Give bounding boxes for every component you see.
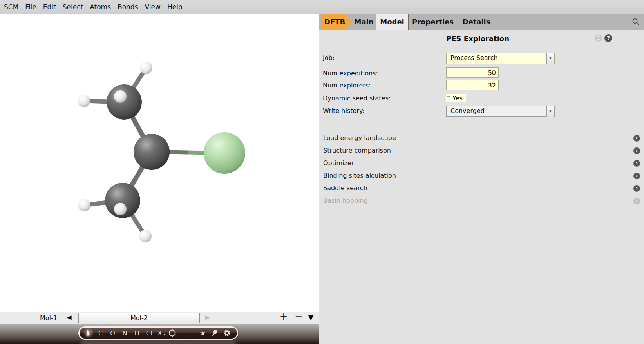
select-tool-button[interactable] [83, 328, 94, 339]
atom-hydrogen[interactable] [78, 199, 90, 211]
search-icon[interactable] [631, 18, 640, 26]
panel-title: PES Exploration [446, 35, 509, 43]
molecule-nav-bar: Mol-1 ◀ Mol-2 ▶ + − ▼ [0, 312, 319, 324]
pointer-pin-tool-button[interactable] [209, 329, 221, 337]
write-history-combobox-arrow[interactable]: ▼ [546, 106, 554, 117]
menu-bonds[interactable]: Bonds [118, 3, 138, 11]
molecule-render [0, 14, 319, 312]
chevron-right-icon: › [633, 198, 640, 204]
tab-bar: DFTB Main Model Properties Details [319, 14, 644, 30]
atom-hydrogen[interactable] [114, 203, 127, 215]
link-binding-sites[interactable]: Binding sites alculation [323, 172, 396, 180]
menu-view[interactable]: View [145, 3, 161, 11]
dynamic-seed-label: Dynamic seed states: [323, 95, 391, 102]
chevron-right-icon[interactable]: › [633, 147, 640, 154]
molecule-viewport[interactable] [0, 14, 319, 312]
menu-select[interactable]: Select [63, 3, 83, 11]
element-oxygen-button[interactable]: O [107, 329, 119, 337]
atom-chlorine[interactable] [204, 132, 245, 174]
link-structure-comparison[interactable]: Structure comparison [323, 147, 391, 155]
tab-model[interactable]: Model [376, 14, 409, 30]
element-nitrogen-button[interactable]: N [119, 329, 131, 337]
current-molecule-field[interactable]: Mol-2 [78, 313, 200, 323]
bottom-strip: C O N H Cl X ▾ ★ [0, 324, 319, 344]
atom-hydrogen[interactable] [139, 230, 152, 242]
ams-input-window: SCM File Edit Select Atoms Bonds View He… [0, 0, 644, 344]
atom-carbon[interactable] [107, 84, 142, 120]
pes-exploration-panel: PES Exploration ≡ ? Job: Num expeditions… [319, 30, 644, 344]
tab-dftb[interactable]: DFTB [321, 14, 351, 30]
checkbox-icon[interactable] [447, 96, 450, 100]
tab-main[interactable]: Main [353, 14, 375, 30]
atom-hydrogen[interactable] [140, 62, 152, 74]
tab-properties[interactable]: Properties [410, 14, 456, 30]
element-other-button[interactable]: X [155, 329, 165, 337]
panel-menu-icon[interactable]: ≡ [595, 35, 602, 42]
num-explorers-label: Num explorers: [323, 82, 371, 89]
previous-molecule-button[interactable]: ◀ [67, 314, 72, 321]
write-history-value: Converged [450, 107, 485, 115]
num-expeditions-label: Num expeditions: [323, 69, 378, 77]
chevron-right-icon[interactable]: › [633, 185, 640, 192]
next-molecule-button[interactable]: ▶ [205, 314, 210, 321]
settings-tool-button[interactable] [221, 329, 233, 337]
tab-details[interactable]: Details [460, 14, 493, 30]
remove-molecule-button[interactable]: − [295, 311, 302, 322]
collapse-panel-button[interactable]: ▼ [308, 313, 313, 321]
dropdown-arrow-icon: ▼ [549, 110, 551, 113]
menu-file[interactable]: File [25, 3, 36, 11]
gear-icon [223, 329, 231, 337]
write-history-label: Write history: [323, 107, 365, 115]
write-history-combobox[interactable]: Converged ▼ [446, 106, 555, 117]
menu-atoms[interactable]: Atoms [90, 3, 111, 11]
atom-hydrogen[interactable] [78, 95, 90, 107]
num-expeditions-input[interactable] [446, 67, 499, 78]
atom-toolbar: C O N H Cl X ▾ ★ [78, 326, 238, 340]
atom-hydrogen[interactable] [114, 90, 127, 103]
panel-help-icon[interactable]: ? [604, 34, 612, 42]
ring-tool-button[interactable] [166, 329, 179, 337]
link-saddle-search[interactable]: Saddle search [323, 184, 367, 192]
chevron-right-icon[interactable]: › [633, 135, 640, 142]
num-explorers-input[interactable] [446, 80, 499, 90]
link-optimizer[interactable]: Optimizer [323, 159, 354, 167]
job-combobox[interactable]: Process Search ▼ [446, 53, 555, 64]
dynamic-seed-checkbox-label: Yes [452, 95, 463, 102]
element-chlorine-button[interactable]: Cl [143, 329, 155, 337]
dynamic-seed-checkbox-row[interactable]: Yes [446, 94, 466, 102]
menu-bar: SCM File Edit Select Atoms Bonds View He… [0, 0, 644, 14]
chevron-right-icon[interactable]: › [633, 173, 640, 179]
menu-help[interactable]: Help [167, 3, 183, 11]
structure-tool-button[interactable]: ★ [197, 329, 209, 337]
add-molecule-button[interactable]: + [280, 311, 288, 322]
pin-icon [211, 329, 218, 337]
link-load-energy-landscape[interactable]: Load energy landscape [323, 134, 396, 142]
job-label: Job: [323, 54, 335, 62]
menu-scm[interactable]: SCM [4, 3, 18, 11]
atom-carbon[interactable] [134, 134, 170, 170]
dropdown-arrow-icon: ▼ [549, 57, 551, 60]
previous-molecule-label: Mol-1 [40, 314, 57, 322]
chevron-right-icon[interactable]: › [633, 160, 640, 167]
toolbar-reflection [81, 341, 236, 344]
benzene-ring-icon [168, 329, 176, 337]
cursor-icon [85, 329, 92, 337]
element-carbon-button[interactable]: C [94, 329, 107, 337]
element-hydrogen-button[interactable]: H [131, 329, 143, 337]
job-value: Process Search [450, 54, 498, 62]
job-combobox-arrow[interactable]: ▼ [546, 53, 554, 64]
link-basin-hopping: Basin hopping [323, 197, 368, 205]
menu-edit[interactable]: Edit [43, 3, 56, 11]
